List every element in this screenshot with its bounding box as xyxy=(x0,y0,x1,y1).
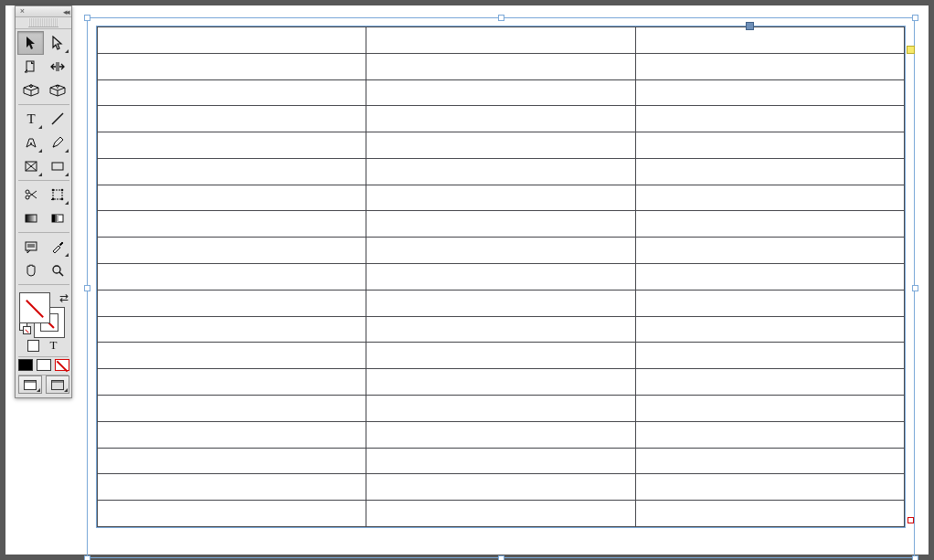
table-cell[interactable] xyxy=(366,395,635,421)
table-cell[interactable] xyxy=(366,211,635,238)
direct-selection-tool[interactable] xyxy=(44,31,70,55)
table-cell[interactable] xyxy=(98,106,366,132)
table-cell[interactable] xyxy=(366,79,635,106)
apply-color-icon[interactable] xyxy=(18,359,33,371)
table-cell[interactable] xyxy=(98,421,366,448)
apply-gradient-icon[interactable] xyxy=(37,359,51,371)
table-cell[interactable] xyxy=(98,264,366,291)
rectangle-tool[interactable] xyxy=(44,154,70,178)
table-row[interactable] xyxy=(98,27,905,54)
reference-point-indicator[interactable] xyxy=(907,46,915,54)
table-cell[interactable] xyxy=(635,238,904,264)
table-cell[interactable] xyxy=(635,316,904,343)
table-row[interactable] xyxy=(98,185,905,211)
gap-tool[interactable] xyxy=(44,55,70,79)
table-frame[interactable] xyxy=(97,26,905,527)
table-cell[interactable] xyxy=(366,264,635,291)
table-row[interactable] xyxy=(98,474,905,501)
text-out-port[interactable] xyxy=(907,517,914,523)
eyedropper-tool[interactable] xyxy=(44,235,70,259)
table-cell[interactable] xyxy=(366,316,635,343)
table-cell[interactable] xyxy=(366,238,635,264)
text-in-port[interactable] xyxy=(746,22,754,30)
pencil-tool[interactable] xyxy=(44,131,70,154)
selection-handle-tl[interactable] xyxy=(84,15,90,21)
table-cell[interactable] xyxy=(98,238,366,264)
hand-tool[interactable] xyxy=(17,259,44,282)
table-cell[interactable] xyxy=(98,316,366,343)
table-cell[interactable] xyxy=(366,158,635,185)
table-cell[interactable] xyxy=(98,290,366,316)
table-row[interactable] xyxy=(98,132,905,159)
table-cell[interactable] xyxy=(98,185,366,211)
table-cell[interactable] xyxy=(635,343,904,369)
type-tool[interactable]: T xyxy=(17,107,44,131)
table-cell[interactable] xyxy=(366,343,635,369)
table-cell[interactable] xyxy=(366,132,635,159)
table-row[interactable] xyxy=(98,79,905,106)
table-cell[interactable] xyxy=(635,395,904,421)
fill-stroke-swatch[interactable]: ⇄ xyxy=(17,291,70,336)
selection-handle-mr[interactable] xyxy=(912,285,918,291)
normal-view-mode[interactable] xyxy=(18,375,42,394)
table-cell[interactable] xyxy=(635,132,904,159)
tools-panel[interactable]: × ◂◂ xyxy=(15,5,72,398)
table-cell[interactable] xyxy=(635,369,904,396)
table-cell[interactable] xyxy=(635,501,904,527)
formatting-affects-container[interactable] xyxy=(27,338,41,353)
content-placer-tool[interactable] xyxy=(44,79,70,102)
table-cell[interactable] xyxy=(366,474,635,501)
table-row[interactable] xyxy=(98,448,905,474)
table-row[interactable] xyxy=(98,264,905,291)
table-cell[interactable] xyxy=(366,27,635,54)
table-cell[interactable] xyxy=(98,501,366,527)
table-cell[interactable] xyxy=(366,106,635,132)
table-cell[interactable] xyxy=(98,132,366,159)
table-cell[interactable] xyxy=(98,448,366,474)
selection-handle-br[interactable] xyxy=(912,555,918,560)
default-fill-stroke-icon[interactable] xyxy=(19,322,32,335)
table-cell[interactable] xyxy=(635,53,904,79)
selection-handle-tr[interactable] xyxy=(912,15,918,21)
gradient-feather-tool[interactable] xyxy=(44,206,70,230)
table-cell[interactable] xyxy=(98,79,366,106)
fill-swatch[interactable] xyxy=(19,292,50,323)
free-transform-tool[interactable] xyxy=(44,183,70,206)
table-cell[interactable] xyxy=(366,369,635,396)
table-row[interactable] xyxy=(98,421,905,448)
table-cell[interactable] xyxy=(366,421,635,448)
line-tool[interactable] xyxy=(44,107,70,131)
table-cell[interactable] xyxy=(635,27,904,54)
swap-fill-stroke-icon[interactable]: ⇄ xyxy=(59,291,69,304)
table-row[interactable] xyxy=(98,211,905,238)
table-row[interactable] xyxy=(98,395,905,421)
table-row[interactable] xyxy=(98,106,905,132)
table-row[interactable] xyxy=(98,290,905,316)
table-row[interactable] xyxy=(98,238,905,264)
page-tool[interactable] xyxy=(17,55,44,79)
rectangle-frame-tool[interactable] xyxy=(17,154,44,178)
selection-handle-bm[interactable] xyxy=(498,555,504,560)
table-cell[interactable] xyxy=(98,474,366,501)
table-cell[interactable] xyxy=(635,158,904,185)
table-row[interactable] xyxy=(98,369,905,396)
selection-tool[interactable] xyxy=(17,31,44,55)
table-row[interactable] xyxy=(98,316,905,343)
table-row[interactable] xyxy=(98,343,905,369)
table-cell[interactable] xyxy=(98,395,366,421)
table-cell[interactable] xyxy=(98,53,366,79)
document-table[interactable] xyxy=(97,26,905,527)
note-tool[interactable] xyxy=(17,235,44,259)
pen-tool[interactable] xyxy=(17,131,44,154)
gradient-swatch-tool[interactable] xyxy=(17,206,44,230)
table-cell[interactable] xyxy=(635,79,904,106)
collapse-icon[interactable]: ◂◂ xyxy=(63,7,69,16)
document-canvas[interactable]: × ◂◂ xyxy=(5,5,929,555)
table-row[interactable] xyxy=(98,501,905,527)
table-cell[interactable] xyxy=(98,27,366,54)
table-row[interactable] xyxy=(98,158,905,185)
table-cell[interactable] xyxy=(366,290,635,316)
table-cell[interactable] xyxy=(635,211,904,238)
scissors-tool[interactable] xyxy=(17,183,44,206)
content-collector-tool[interactable] xyxy=(17,79,44,102)
